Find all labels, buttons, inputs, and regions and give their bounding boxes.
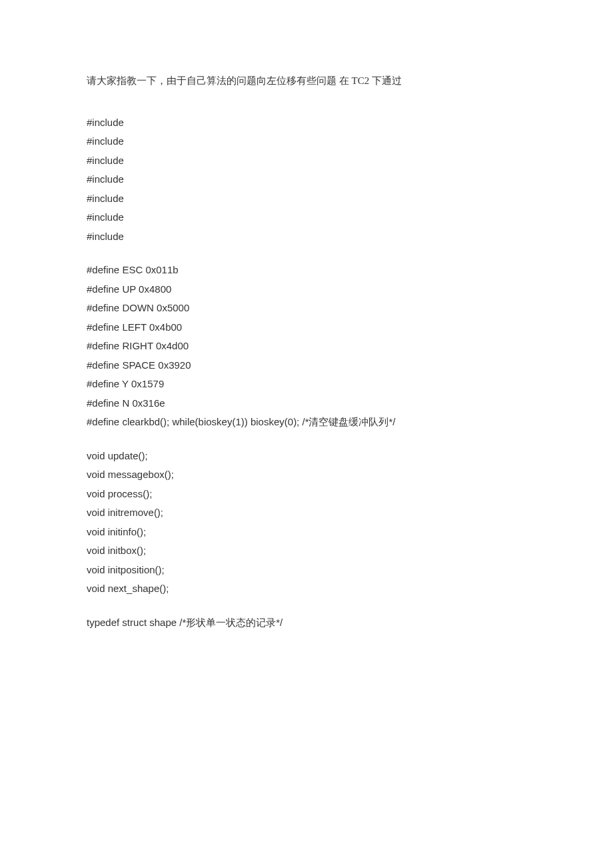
- code-line: #include: [87, 153, 526, 169]
- code-line: void messagebox();: [87, 467, 526, 483]
- code-line: void initinfo();: [87, 525, 526, 540]
- defines-block: #define ESC 0x011b #define UP 0x4800 #de…: [87, 263, 526, 430]
- code-line: void update();: [87, 449, 526, 464]
- code-line: #include: [87, 172, 526, 187]
- code-line: void process();: [87, 487, 526, 502]
- code-line: #define SPACE 0x3920: [87, 358, 526, 373]
- code-line: void initposition();: [87, 563, 526, 578]
- code-line: #include: [87, 134, 526, 149]
- code-line: #define Y 0x1579: [87, 377, 526, 392]
- code-line: #define LEFT 0x4b00: [87, 320, 526, 335]
- code-line: #include: [87, 191, 526, 207]
- code-line: #define clearkbd(); while(bioskey(1)) bi…: [87, 415, 526, 430]
- code-line: #define RIGHT 0x4d00: [87, 339, 526, 354]
- includes-block: #include #include #include #include #inc…: [87, 115, 526, 245]
- typedef-block: typedef struct shape /*形状单一状态的记录*/: [87, 615, 526, 631]
- code-line: void initremove();: [87, 505, 526, 521]
- code-line: #include: [87, 115, 526, 131]
- code-line: typedef struct shape /*形状单一状态的记录*/: [87, 615, 526, 631]
- code-line: void initbox();: [87, 543, 526, 559]
- code-line: #include: [87, 210, 526, 225]
- document-page: 请大家指教一下，由于自己算法的问题向左位移有些问题 在 TC2 下通过 #inc…: [0, 0, 613, 868]
- code-line: #define ESC 0x011b: [87, 263, 526, 278]
- code-line: #define DOWN 0x5000: [87, 301, 526, 316]
- functions-block: void update(); void messagebox(); void p…: [87, 449, 526, 597]
- code-line: #define UP 0x4800: [87, 282, 526, 297]
- intro-text: 请大家指教一下，由于自己算法的问题向左位移有些问题 在 TC2 下通过: [87, 73, 526, 89]
- code-line: #include: [87, 229, 526, 245]
- code-line: void next_shape();: [87, 581, 526, 597]
- code-line: #define N 0x316e: [87, 396, 526, 411]
